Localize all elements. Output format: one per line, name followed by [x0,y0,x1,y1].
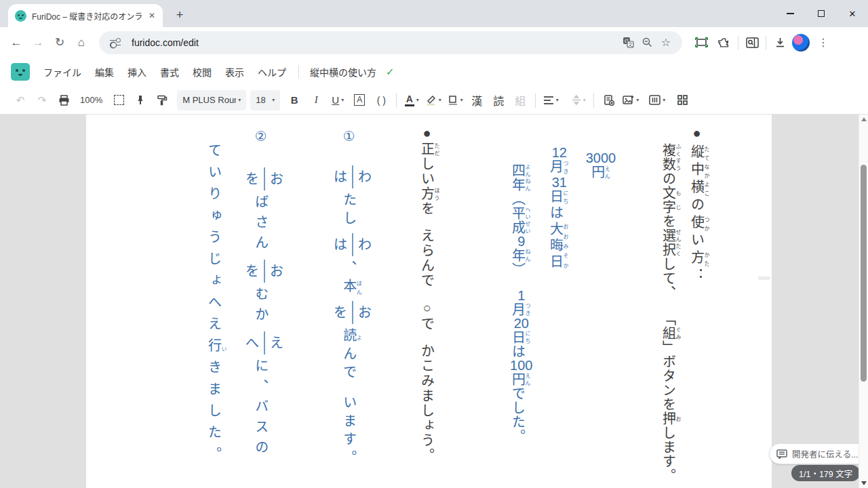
chrome-menu-icon[interactable]: ⋮ [812,32,834,54]
choice-pair: をお [334,301,372,324]
choice-divider [264,167,265,190]
border-style-button[interactable]: ▾ [446,90,464,110]
insert-page-icon[interactable] [600,90,618,110]
divider [593,93,594,108]
tatechuyoko-run: 1 [517,289,525,302]
profile-avatar[interactable] [792,34,810,52]
bold-button[interactable]: B [285,90,303,110]
text-column-kumi-usage-body[interactable]: 複数ふくすうの文字もじを選択せんたくして、「組ぐみ」ボタンを押おします。 [660,143,681,483]
download-icon[interactable] [770,33,789,52]
reload-icon[interactable]: ↻ [49,32,71,54]
tatechuyoko-run: 12 [552,146,567,159]
tatechuyoko-run: 9 [517,235,525,248]
menu-format[interactable]: 書式 [153,61,186,83]
paint-format-icon[interactable] [153,90,171,110]
yomi-button[interactable]: 読 [490,90,507,110]
parentheses-button[interactable]: ( ) [372,90,390,110]
menu-help[interactable]: ヘルプ [251,61,293,83]
extensions-puzzle-icon[interactable] [715,33,734,52]
font-family-select[interactable]: M PLUS Roun… ▾ [177,90,246,110]
text-column-example-omisoka[interactable]: 12月つき31日にちは大晦日おおみそか [547,146,568,270]
divider [535,93,536,108]
align-button[interactable]: ▾ [542,90,559,110]
window-maximize-button[interactable] [806,0,837,27]
side-search-icon[interactable] [743,33,762,52]
address-bar[interactable]: furidoc.com/edit G文 ☆ [99,31,682,54]
window-minimize-button[interactable] [774,0,806,27]
text-column-quiz-item-2-continued[interactable]: ていりゅうじょへえ行いきました。 [205,143,226,468]
svg-text:文: 文 [628,41,633,47]
document-page[interactable]: ●縦中横たてなかよこの使つかい方かた：複数ふくすうの文字もじを選択せんたくして、… [86,115,772,488]
new-tab-button[interactable]: + [171,7,189,24]
feedback-button[interactable]: 開発者に伝える... [769,443,868,464]
text-column-kumi-usage-title[interactable]: ●縦中横たてなかよこの使つかい方かた： [688,125,709,285]
kanji-furigana-button[interactable]: 漢 [468,90,486,110]
url-text[interactable]: furidoc.com/edit [132,37,618,48]
minimize-icon [787,13,794,14]
zoom-level-button[interactable]: 100% [80,90,102,110]
text-column-example-3000yen[interactable]: 3000円えん [586,151,616,180]
highlight-pen-button[interactable]: ▾ [425,90,442,110]
undo-icon[interactable]: ↶ [12,90,29,110]
tab-title: FuriDoc – 縦書き対応のオンラ [32,10,142,22]
text-column-quiz-instruction[interactable]: ●正ただしい方ほうをえらんで○でかこみましょう。 [418,125,439,463]
choice-divider [352,301,353,324]
page-margin-handle[interactable] [758,277,770,280]
menu-review[interactable]: 校閲 [186,61,218,83]
format-brush-icon[interactable] [132,90,149,110]
menu-file[interactable]: ファイル [37,61,88,83]
translate-icon[interactable]: G文 [618,33,637,52]
character-border-button[interactable]: A [351,90,368,110]
tab-close-icon[interactable]: ✕ [146,10,157,21]
chevron-down-icon: ▾ [636,97,639,103]
scroll-up-icon[interactable] [861,117,867,121]
font-size-select[interactable]: 18 ▾ [250,90,280,110]
text-column-quiz-item-1[interactable]: ①はわたしはわ、本ほんをお読よんでいます。 [334,128,372,468]
underline-label: U [332,94,339,106]
columns-layout-button[interactable]: ▾ [648,90,666,110]
text-column-example-heisei9[interactable]: 四よん年ねん（平成へいせい9年ねん）1月つき20日にちは100円えんでした。 [509,163,533,443]
print-icon[interactable] [55,90,73,110]
text-column-quiz-item-2[interactable]: ②をおばさんをおむかへえに、バスの [245,128,283,460]
insert-image-icon[interactable]: ▾ [622,90,639,110]
comment-icon [776,449,787,459]
back-icon[interactable]: ← [5,32,27,54]
screenshot-extension-icon[interactable] [692,33,711,52]
scrollbar[interactable] [859,115,868,488]
page-setup-icon[interactable] [110,90,127,110]
maximize-icon [818,10,825,17]
italic-button[interactable]: I [307,90,325,110]
home-icon[interactable]: ⌂ [71,32,92,54]
kumi-button[interactable]: 組 [511,90,529,110]
choice-pair: はわ [334,165,372,188]
scrollbar-thumb[interactable] [861,165,867,382]
menu-edit[interactable]: 編集 [88,61,121,83]
grid-view-button[interactable] [673,90,691,110]
site-settings-icon[interactable] [106,33,125,52]
underline-button[interactable]: U ▾ [329,90,347,110]
line-spacing-button[interactable]: ▾ [570,90,587,110]
divider [766,36,766,49]
chevron-down-icon: ▾ [341,97,344,103]
scroll-down-icon[interactable] [861,481,867,485]
zoom-out-icon[interactable] [637,33,656,52]
choice-pair: はわ [334,233,372,256]
forward-icon[interactable]: → [27,32,49,54]
choice-divider [264,331,265,354]
browser-tab[interactable]: FuriDoc – 縦書き対応のオンラ ✕ [8,4,163,27]
document-title[interactable]: 縦中横の使い方 [304,61,382,83]
bookmark-star-icon[interactable]: ☆ [656,33,675,52]
page-char-counter: 1/1・179 文字 [791,465,860,481]
furidoc-logo [11,63,30,81]
app-menubar: ファイル 編集 挿入 書式 校閲 表示 ヘルプ 縦中横の使い方 ✓ [0,58,868,86]
window-close-button[interactable]: ✕ [837,0,868,27]
text-color-button[interactable]: A ▾ [403,90,420,110]
tatechuyoko-run: 3000 [586,151,616,165]
chevron-down-icon: ▾ [583,97,586,103]
menu-insert[interactable]: 挿入 [121,61,153,83]
redo-icon[interactable]: ↷ [33,90,51,110]
browser-navbar: ← → ↻ ⌂ furidoc.com/edit G文 ☆ ⋮ [0,27,868,58]
menu-view[interactable]: 表示 [218,61,251,83]
divider [298,65,299,79]
furidoc-favicon [15,10,26,22]
